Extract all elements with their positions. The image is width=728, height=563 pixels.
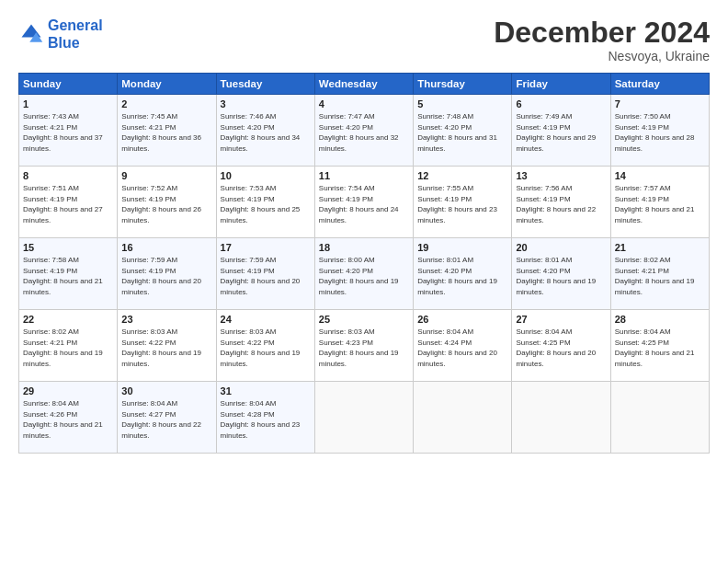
day-cell: 16Sunrise: 7:59 AMSunset: 4:19 PMDayligh… <box>118 238 216 310</box>
day-cell: 25Sunrise: 8:03 AMSunset: 4:23 PMDayligh… <box>314 310 413 382</box>
day-cell: 4Sunrise: 7:47 AMSunset: 4:20 PMDaylight… <box>314 95 413 167</box>
day-info: Sunrise: 7:55 AMSunset: 4:19 PMDaylight:… <box>417 183 507 225</box>
day-info: Sunrise: 8:03 AMSunset: 4:22 PMDaylight:… <box>221 327 311 369</box>
day-info: Sunrise: 8:04 AMSunset: 4:24 PMDaylight:… <box>417 327 507 369</box>
header-cell-wednesday: Wednesday <box>314 74 413 95</box>
day-info: Sunrise: 7:43 AMSunset: 4:21 PMDaylight:… <box>23 111 113 154</box>
day-number: 29 <box>23 385 113 396</box>
day-info: Sunrise: 8:04 AMSunset: 4:25 PMDaylight:… <box>516 327 606 369</box>
day-cell: 26Sunrise: 8:04 AMSunset: 4:24 PMDayligh… <box>414 310 512 382</box>
day-cell: 11Sunrise: 7:54 AMSunset: 4:19 PMDayligh… <box>314 167 413 238</box>
day-cell: 15Sunrise: 7:58 AMSunset: 4:19 PMDayligh… <box>19 238 118 310</box>
header-cell-saturday: Saturday <box>610 74 709 95</box>
day-info: Sunrise: 7:53 AMSunset: 4:19 PMDaylight:… <box>221 183 311 225</box>
day-number: 3 <box>221 98 311 109</box>
day-number: 23 <box>121 314 211 325</box>
day-number: 24 <box>221 314 311 325</box>
day-cell: 29Sunrise: 8:04 AMSunset: 4:26 PMDayligh… <box>19 382 118 454</box>
day-info: Sunrise: 7:49 AMSunset: 4:19 PMDaylight:… <box>516 111 606 154</box>
day-info: Sunrise: 8:00 AMSunset: 4:20 PMDaylight:… <box>319 255 409 297</box>
day-number: 2 <box>121 98 211 109</box>
day-cell: 21Sunrise: 8:02 AMSunset: 4:21 PMDayligh… <box>610 238 709 310</box>
day-number: 5 <box>417 98 507 109</box>
day-cell: 24Sunrise: 8:03 AMSunset: 4:22 PMDayligh… <box>216 310 314 382</box>
day-cell: 2Sunrise: 7:45 AMSunset: 4:21 PMDaylight… <box>118 95 216 167</box>
calendar-body: 1Sunrise: 7:43 AMSunset: 4:21 PMDaylight… <box>19 95 710 454</box>
day-cell: 3Sunrise: 7:46 AMSunset: 4:20 PMDaylight… <box>216 95 314 167</box>
day-info: Sunrise: 7:51 AMSunset: 4:19 PMDaylight:… <box>23 183 113 225</box>
day-number: 4 <box>319 98 409 109</box>
day-cell <box>512 382 610 454</box>
day-number: 22 <box>23 314 113 325</box>
header: General Blue December 2024 Nesvoya, Ukra… <box>18 17 710 63</box>
day-info: Sunrise: 8:04 AMSunset: 4:28 PMDaylight:… <box>221 398 311 441</box>
week-row-3: 15Sunrise: 7:58 AMSunset: 4:19 PMDayligh… <box>19 238 710 310</box>
day-info: Sunrise: 7:56 AMSunset: 4:19 PMDaylight:… <box>516 183 606 225</box>
day-cell: 7Sunrise: 7:50 AMSunset: 4:19 PMDaylight… <box>610 95 709 167</box>
day-number: 6 <box>516 98 606 109</box>
day-cell <box>610 382 709 454</box>
day-info: Sunrise: 8:04 AMSunset: 4:25 PMDaylight:… <box>615 327 705 369</box>
day-number: 21 <box>615 242 705 253</box>
header-cell-monday: Monday <box>118 74 216 95</box>
header-cell-sunday: Sunday <box>19 74 118 95</box>
day-info: Sunrise: 8:01 AMSunset: 4:20 PMDaylight:… <box>417 255 507 297</box>
day-cell: 28Sunrise: 8:04 AMSunset: 4:25 PMDayligh… <box>610 310 709 382</box>
day-cell <box>314 382 413 454</box>
day-number: 30 <box>121 385 211 396</box>
day-number: 15 <box>23 242 113 253</box>
day-number: 9 <box>121 170 211 181</box>
day-cell: 14Sunrise: 7:57 AMSunset: 4:19 PMDayligh… <box>610 167 709 238</box>
title-area: December 2024 Nesvoya, Ukraine <box>494 17 710 63</box>
day-number: 20 <box>516 242 606 253</box>
week-row-5: 29Sunrise: 8:04 AMSunset: 4:26 PMDayligh… <box>19 382 710 454</box>
day-cell: 17Sunrise: 7:59 AMSunset: 4:19 PMDayligh… <box>216 238 314 310</box>
day-number: 14 <box>615 170 705 181</box>
day-info: Sunrise: 8:02 AMSunset: 4:21 PMDaylight:… <box>23 327 113 369</box>
week-row-2: 8Sunrise: 7:51 AMSunset: 4:19 PMDaylight… <box>19 167 710 238</box>
day-number: 27 <box>516 314 606 325</box>
day-cell: 10Sunrise: 7:53 AMSunset: 4:19 PMDayligh… <box>216 167 314 238</box>
day-number: 1 <box>23 98 113 109</box>
day-number: 10 <box>221 170 311 181</box>
day-info: Sunrise: 8:04 AMSunset: 4:26 PMDaylight:… <box>23 398 113 441</box>
day-info: Sunrise: 7:52 AMSunset: 4:19 PMDaylight:… <box>121 183 211 225</box>
day-info: Sunrise: 7:59 AMSunset: 4:19 PMDaylight:… <box>221 255 311 297</box>
day-number: 19 <box>417 242 507 253</box>
day-info: Sunrise: 7:45 AMSunset: 4:21 PMDaylight:… <box>121 111 211 154</box>
page: General Blue December 2024 Nesvoya, Ukra… <box>0 0 728 563</box>
day-info: Sunrise: 7:46 AMSunset: 4:20 PMDaylight:… <box>221 111 311 154</box>
day-info: Sunrise: 7:54 AMSunset: 4:19 PMDaylight:… <box>319 183 409 225</box>
day-number: 25 <box>319 314 409 325</box>
week-row-1: 1Sunrise: 7:43 AMSunset: 4:21 PMDaylight… <box>19 95 710 167</box>
day-info: Sunrise: 7:58 AMSunset: 4:19 PMDaylight:… <box>23 255 113 297</box>
day-cell: 5Sunrise: 7:48 AMSunset: 4:20 PMDaylight… <box>414 95 512 167</box>
day-number: 31 <box>221 385 311 396</box>
day-info: Sunrise: 7:59 AMSunset: 4:19 PMDaylight:… <box>121 255 211 297</box>
day-cell: 6Sunrise: 7:49 AMSunset: 4:19 PMDaylight… <box>512 95 610 167</box>
day-number: 28 <box>615 314 705 325</box>
day-number: 13 <box>516 170 606 181</box>
day-info: Sunrise: 8:04 AMSunset: 4:27 PMDaylight:… <box>121 398 211 441</box>
header-cell-thursday: Thursday <box>414 74 512 95</box>
day-cell: 18Sunrise: 8:00 AMSunset: 4:20 PMDayligh… <box>314 238 413 310</box>
calendar-header-row: SundayMondayTuesdayWednesdayThursdayFrid… <box>19 74 710 95</box>
day-number: 16 <box>121 242 211 253</box>
day-cell: 31Sunrise: 8:04 AMSunset: 4:28 PMDayligh… <box>216 382 314 454</box>
day-cell: 27Sunrise: 8:04 AMSunset: 4:25 PMDayligh… <box>512 310 610 382</box>
day-cell: 12Sunrise: 7:55 AMSunset: 4:19 PMDayligh… <box>414 167 512 238</box>
day-info: Sunrise: 7:48 AMSunset: 4:20 PMDaylight:… <box>417 111 507 154</box>
header-cell-friday: Friday <box>512 74 610 95</box>
day-cell: 1Sunrise: 7:43 AMSunset: 4:21 PMDaylight… <box>19 95 118 167</box>
day-cell: 19Sunrise: 8:01 AMSunset: 4:20 PMDayligh… <box>414 238 512 310</box>
header-cell-tuesday: Tuesday <box>216 74 314 95</box>
day-number: 17 <box>221 242 311 253</box>
logo: General Blue <box>18 17 103 52</box>
day-info: Sunrise: 7:47 AMSunset: 4:20 PMDaylight:… <box>319 111 409 154</box>
day-info: Sunrise: 8:01 AMSunset: 4:20 PMDaylight:… <box>516 255 606 297</box>
day-number: 12 <box>417 170 507 181</box>
day-number: 18 <box>319 242 409 253</box>
day-cell: 23Sunrise: 8:03 AMSunset: 4:22 PMDayligh… <box>118 310 216 382</box>
day-info: Sunrise: 8:03 AMSunset: 4:22 PMDaylight:… <box>121 327 211 369</box>
day-cell <box>414 382 512 454</box>
